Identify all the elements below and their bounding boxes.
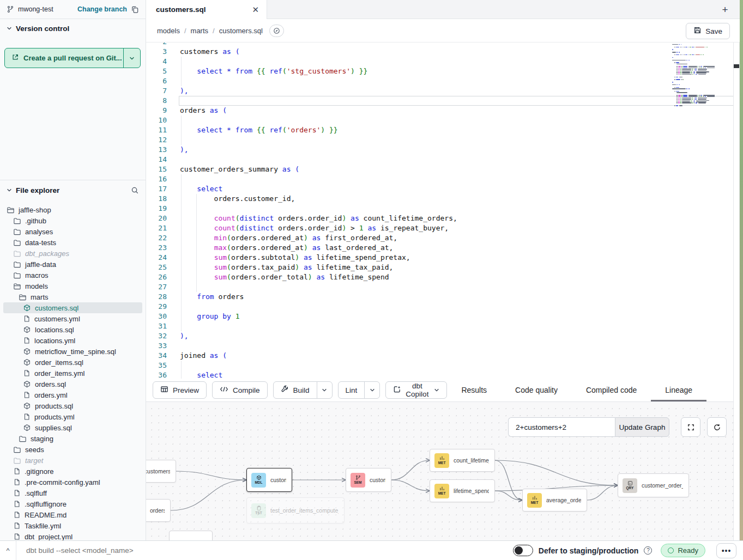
code-line-27[interactable]: 27 [146,282,733,292]
code-line-5[interactable]: 5 select * from {{ ref('stg_customers') … [146,66,733,76]
lineage-node-orders[interactable]: MDLorders [146,499,171,522]
tree-item-orders-sql[interactable]: orders.sql [3,379,142,389]
dbt-command-input[interactable] [16,541,513,560]
lineage-node-average-order-value[interactable]: METaverage_order_value [522,489,587,512]
tab-customers-sql[interactable]: customers.sql ✕ [146,0,267,19]
tree-item-models[interactable]: models [3,281,142,291]
compile-button[interactable]: Compile [212,381,268,399]
tree-item-seeds[interactable]: seeds [3,444,142,455]
code-line-8[interactable]: 8 [146,96,733,106]
tree-item--pre-commit-config-yaml[interactable]: .pre-commit-config.yaml [3,477,142,488]
tree-item-dbt-project-yml[interactable]: dbt_project.yml [3,531,142,540]
tree-item-products-yml[interactable]: products.yml [3,411,142,422]
lineage-selector-input[interactable] [508,417,615,437]
tree-item-order-items-sql[interactable]: order_items.sql [3,357,142,368]
save-button[interactable]: Save [686,23,730,39]
tree-item-target[interactable]: target [3,455,142,466]
code-line-29[interactable]: 29 [146,302,733,312]
tree-item-readme-md[interactable]: README.md [3,509,142,520]
tree-item-taskfile-yml[interactable]: Taskfile.yml [3,520,142,531]
tree-item-jaffle-shop[interactable]: jaffle-shop [3,204,142,215]
vertical-scrollbar[interactable] [733,42,740,540]
update-graph-button[interactable]: Update Graph [615,417,669,437]
code-editor[interactable]: 23customers as (45 select * from {{ ref(… [146,42,733,379]
code-line-6[interactable]: 6 [146,76,733,86]
code-line-26[interactable]: 26 sum(orders.order_total) as lifetime_s… [146,272,733,282]
lineage-node-lifetime-spend-pretax[interactable]: METlifetime_spend_pretax [430,479,495,502]
code-line-23[interactable]: 23 max(orders.ordered_at) as last_ordere… [146,243,733,253]
tree-item-macros[interactable]: macros [3,270,142,281]
tree-item-supplies-sql[interactable]: supplies.sql [3,422,142,433]
code-line-14[interactable]: 14 [146,155,733,165]
code-line-32[interactable]: 32), [146,331,733,341]
breadcrumb-models[interactable]: models [157,27,180,35]
refresh-button[interactable] [707,417,727,437]
tab-results[interactable]: Results [447,379,501,401]
tree-item-products-sql[interactable]: products.sql [3,400,142,411]
tree-item--github[interactable]: .github [3,215,142,226]
lineage-node-customers-sem[interactable]: SEMcustomers [346,468,391,492]
code-line-13[interactable]: 13), [146,145,733,155]
build-button[interactable]: Build [273,381,333,399]
build-dropdown[interactable] [317,382,332,398]
create-pull-request-button[interactable]: Create a pull request on Git... [4,48,141,68]
code-line-12[interactable]: 12 [146,135,733,145]
code-line-30[interactable]: 30 group by 1 [146,312,733,321]
search-icon[interactable] [131,186,139,194]
tree-item-metricflow-time-spine-sql[interactable]: metricflow_time_spine.sql [3,346,142,357]
code-line-19[interactable]: 19 [146,204,733,214]
tree-item-jaffle-data[interactable]: jaffle-data [3,259,142,270]
code-line-24[interactable]: 24 sum(orders.subtotal) as lifetime_spen… [146,253,733,263]
breadcrumb-marts[interactable]: marts [191,27,209,35]
tree-item--sqlfluff[interactable]: .sqlfluff [3,488,142,498]
tree-item-customers-sql[interactable]: customers.sql [3,302,142,313]
lineage-node-customer-order-metrics[interactable]: QRYcustomer_order_metrics [618,473,689,497]
code-line-11[interactable]: 11 select * from {{ ref('orders') }} [146,125,733,135]
lineage-panel[interactable]: MDLstg_customersMDLordersMDLcustomersTST… [146,402,733,540]
code-line-28[interactable]: 28 from orders [146,292,733,302]
change-branch-link[interactable]: Change branch [77,5,127,13]
lineage-node-count-lifetime-orders[interactable]: METcount_lifetime_orders [430,449,495,472]
lint-button[interactable]: Lint [338,381,380,399]
code-line-16[interactable]: 16 [146,174,733,184]
tree-item-staging[interactable]: staging [3,433,142,444]
tab-code-quality[interactable]: Code quality [501,379,572,401]
code-line-20[interactable]: 20 count(distinct orders.order_id) as co… [146,214,733,223]
code-line-36[interactable]: 36 select [146,370,733,379]
code-line-34[interactable]: 34joined as ( [146,351,733,361]
code-line-4[interactable]: 4 [146,57,733,66]
code-line-15[interactable]: 15customer_orders_summary as ( [146,165,733,174]
breadcrumb-file[interactable]: customers.sql [219,27,263,35]
tree-item-locations-yml[interactable]: locations.yml [3,335,142,346]
code-line-10[interactable]: 10 [146,115,733,125]
dbt-copilot-button[interactable]: dbt Copilot [385,381,447,399]
code-line-7[interactable]: 7), [146,86,733,96]
pr-button-dropdown[interactable] [123,48,140,68]
compass-icon[interactable] [269,25,284,37]
scrollbar-thumb[interactable] [734,64,739,68]
file-explorer-header[interactable]: File explorer [0,182,146,198]
defer-toggle[interactable] [513,545,533,556]
lineage-node-stg-customers[interactable]: MDLstg_customers [146,460,176,483]
close-icon[interactable]: ✕ [252,5,259,14]
tree-item-locations-sql[interactable]: locations.sql [3,324,142,335]
more-options-button[interactable]: ••• [716,543,736,558]
code-line-33[interactable]: 33 [146,341,733,351]
code-line-21[interactable]: 21 count(distinct orders.order_id) > 1 a… [146,223,733,233]
code-line-31[interactable]: 31 [146,321,733,331]
tree-item-data-tests[interactable]: data-tests [3,237,142,248]
tree-item-order-items-yml[interactable]: order_items.yml [3,368,142,379]
copy-icon[interactable] [131,5,139,14]
preview-button[interactable]: Preview [153,381,207,399]
code-line-2[interactable]: 2 [146,42,733,47]
lineage-node-customers-mdl[interactable]: MDLcustomers [246,468,292,492]
collapse-chevron[interactable]: ^ [0,541,16,560]
tree-item--sqlfluffignore[interactable]: .sqlfluffignore [3,498,142,509]
code-line-25[interactable]: 25 sum(orders.tax_paid) as lifetime_tax_… [146,263,733,272]
tree-item-dbt-packages[interactable]: dbt_packages [3,248,142,259]
version-control-header[interactable]: Version control [0,19,146,38]
tree-item-marts[interactable]: marts [3,291,142,302]
tree-item--gitignore[interactable]: .gitignore [3,466,142,477]
lineage-node-test-bools[interactable]: TSTtest_order_items_compute_to_bools... [246,497,345,524]
tree-item-customers-yml[interactable]: customers.yml [3,313,142,324]
